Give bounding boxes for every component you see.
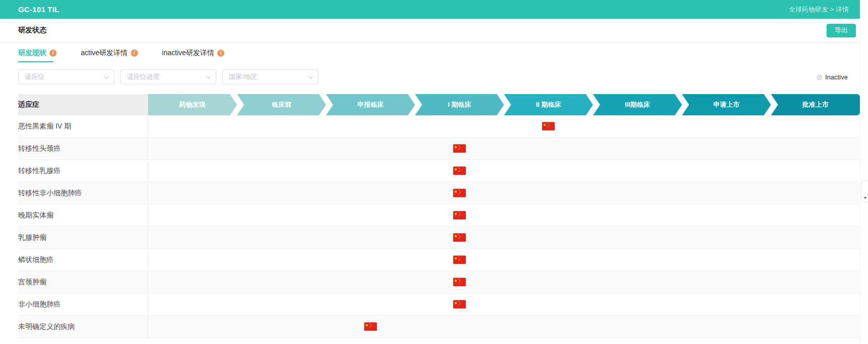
stage-cell	[148, 316, 237, 337]
stage-cell	[326, 138, 415, 159]
tab-label: active研发详情	[81, 49, 128, 58]
stage-cell	[504, 182, 593, 204]
indication-label: 恶性黑素瘤 IV 期	[18, 115, 148, 137]
stage-cell	[504, 204, 593, 226]
stage-cell	[148, 115, 237, 137]
indication-select[interactable]: 适应症	[18, 69, 114, 84]
stage-cell	[237, 115, 326, 137]
tab-inactive-rd-details[interactable]: inactive研发详情 i	[162, 49, 224, 62]
row-stages	[148, 138, 860, 159]
stage-header-label: I 期临床	[448, 100, 471, 109]
row-stages	[148, 227, 860, 248]
stage-cell	[326, 115, 415, 137]
stage-cell	[415, 182, 504, 204]
stage-cell	[593, 227, 682, 248]
table-row: 转移性头颈癌	[18, 138, 860, 160]
select-placeholder: 国家/地区	[229, 72, 257, 81]
info-icon[interactable]: i	[217, 50, 224, 57]
stage-cell	[771, 249, 860, 271]
tab-active-rd-details[interactable]: active研发详情 i	[81, 49, 138, 62]
table-row: 晚期实体瘤	[18, 204, 860, 227]
breadcrumb[interactable]: 全球药物研发 > 详情	[789, 5, 849, 14]
stage-cell	[771, 182, 860, 204]
export-button[interactable]: 导出	[827, 24, 856, 37]
inactive-filter-toggle[interactable]: ⊘ Inactive	[816, 73, 852, 81]
stage-header-4: I 期临床	[415, 94, 504, 115]
stage-cell	[148, 204, 237, 226]
indication-label: 转移性头颈癌	[18, 138, 148, 159]
row-stages	[148, 160, 860, 182]
row-stages	[148, 249, 860, 271]
table-row: 非小细胞肺癌	[18, 293, 860, 316]
stage-cell	[682, 249, 771, 271]
stage-cell	[415, 293, 504, 315]
table-row: 恶性黑素瘤 IV 期	[18, 115, 860, 138]
stage-cell	[593, 138, 682, 159]
inactive-toggle-label: Inactive	[825, 73, 848, 81]
top-bar: GC-101 TIL 全球药物研发 > 详情	[0, 0, 860, 19]
stage-cell	[682, 138, 771, 159]
stage-cell	[326, 160, 415, 182]
stage-cell	[771, 138, 860, 159]
stage-cell	[682, 160, 771, 182]
stage-cell	[237, 227, 326, 248]
tab-label: 研发现状	[18, 49, 46, 58]
stage-cell	[771, 293, 860, 315]
stage-cell	[415, 204, 504, 226]
filters-row: 适应症 适应症进度 国家/地区 ⊘ Inactive	[18, 69, 852, 84]
collapse-panel-handle[interactable]: ◂	[861, 180, 868, 202]
row-stages	[148, 293, 860, 315]
stage-header-label: III期临床	[625, 100, 650, 109]
stage-cell	[415, 249, 504, 271]
stage-cell	[593, 316, 682, 337]
stage-cell	[682, 115, 771, 137]
china-flag-icon[interactable]	[453, 233, 466, 242]
stage-cell	[237, 204, 326, 226]
table-row: 未明确定义的疾病	[18, 316, 860, 338]
stage-cell	[148, 249, 237, 271]
stage-cell	[148, 271, 237, 293]
china-flag-icon[interactable]	[453, 166, 466, 175]
section-heading: 研发状态	[18, 26, 46, 35]
tab-current-rd-status[interactable]: 研发现状 i	[18, 49, 57, 62]
select-placeholder: 适应症进度	[127, 72, 160, 81]
china-flag-icon[interactable]	[453, 189, 466, 197]
indication-label: 转移性非小细胞肺癌	[18, 182, 148, 204]
tabs: 研发现状 i active研发详情 i inactive研发详情 i	[18, 49, 860, 62]
right-rail	[860, 0, 868, 344]
china-flag-icon[interactable]	[453, 144, 466, 153]
stage-cell	[326, 227, 415, 248]
china-flag-icon[interactable]	[542, 122, 555, 131]
stage-cell	[682, 271, 771, 293]
china-flag-icon[interactable]	[453, 211, 466, 220]
stage-header-label: 申请上市	[713, 100, 740, 109]
info-icon[interactable]: i	[131, 50, 138, 57]
stage-cell	[771, 204, 860, 226]
stage-header-label: 申报临床	[357, 100, 383, 109]
table-row: 鳞状细胞癌	[18, 249, 860, 271]
chevron-down-icon	[308, 74, 313, 79]
china-flag-icon[interactable]	[364, 322, 377, 331]
stage-cell	[682, 204, 771, 226]
stage-cell	[237, 271, 326, 293]
table-body: 恶性黑素瘤 IV 期 转移性头颈癌 转移性乳腺癌 转	[18, 115, 860, 338]
indication-progress-select[interactable]: 适应症进度	[120, 69, 216, 84]
table-row: 转移性非小细胞肺癌	[18, 182, 860, 204]
stage-cell	[415, 227, 504, 248]
china-flag-icon[interactable]	[453, 255, 466, 264]
stage-cell	[771, 160, 860, 182]
tab-label: inactive研发详情	[162, 49, 214, 58]
stage-cell	[504, 293, 593, 315]
page-title: GC-101 TIL	[18, 5, 59, 14]
stage-cell	[415, 271, 504, 293]
stage-cell	[593, 293, 682, 315]
stage-cell	[326, 293, 415, 315]
info-icon[interactable]: i	[50, 50, 57, 57]
stage-cell	[504, 227, 593, 248]
china-flag-icon[interactable]	[453, 300, 466, 309]
indication-label: 未明确定义的疾病	[18, 316, 148, 337]
country-region-select[interactable]: 国家/地区	[222, 69, 318, 84]
indication-label: 非小细胞肺癌	[18, 293, 148, 315]
china-flag-icon[interactable]	[453, 278, 466, 286]
stage-cell	[326, 182, 415, 204]
